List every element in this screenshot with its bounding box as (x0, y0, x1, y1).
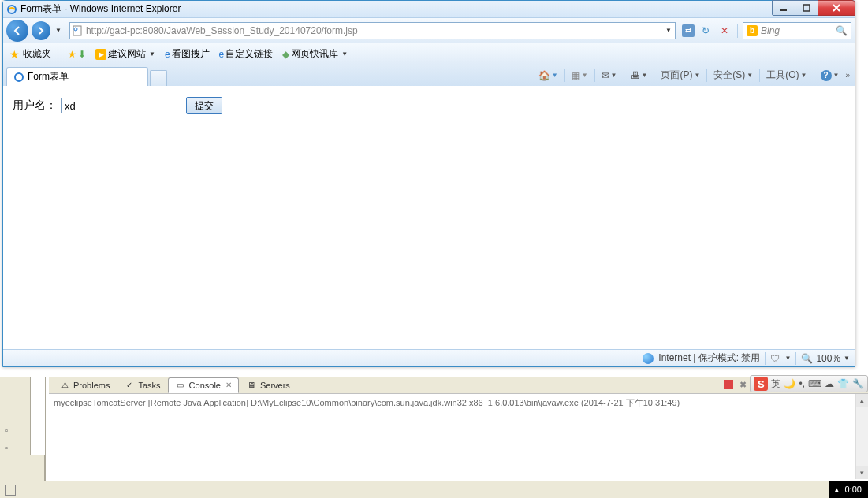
print-button[interactable]: 🖶▼ (629, 69, 650, 83)
tab-bar: Form表单 🏠▼ ▦▼ ✉▼ 🖶▼ 页面(P)▼ 安全(S)▼ 工具(O)▼ … (3, 65, 855, 86)
zoom-control[interactable]: 🔍 100% ▼ (801, 353, 850, 364)
clock-time: 0:00 (845, 485, 862, 494)
terminate-button[interactable] (722, 378, 735, 391)
ime-moon-icon[interactable]: 🌙 (784, 378, 795, 389)
slice-icon: ◆ (282, 49, 289, 60)
separator (814, 69, 814, 82)
bing-icon: b (747, 25, 758, 36)
protected-dropdown[interactable]: ▼ (784, 355, 791, 362)
console-text: myeclipseTomcatServer [Remote Java Appli… (54, 398, 680, 407)
remove-launch-button[interactable]: ✖ (736, 378, 749, 391)
username-label: 用户名： (13, 98, 57, 113)
nav-toolbar: ▼ ▼ ⇄ ↻ ✕ b Bing 🔍 (3, 18, 855, 43)
status-bar: Internet | 保护模式: 禁用 🛡 ▼ 🔍 100% ▼ (3, 349, 855, 366)
scrollbar[interactable]: ▴ ▾ (855, 394, 868, 479)
submit-button[interactable]: 提交 (186, 97, 222, 114)
eclipse-tab-bar: ⚠Problems ✓Tasks ▭Console✕ 🖥Servers ✖ ✖✖… (49, 377, 868, 394)
protected-mode-icon[interactable]: 🛡 (770, 353, 780, 364)
forward-button[interactable] (32, 21, 50, 40)
ie-page-icon: e (165, 49, 170, 60)
site-icon: ▶ (95, 49, 106, 60)
separator (737, 24, 738, 38)
favorites-add-icon[interactable]: ★⬇ (65, 47, 89, 61)
username-input[interactable] (61, 98, 181, 113)
zoom-icon: 🔍 (801, 353, 813, 364)
separator (594, 69, 595, 82)
scroll-up-button[interactable]: ▴ (856, 394, 868, 407)
nav-history-dropdown[interactable]: ▼ (54, 27, 63, 34)
console-icon: ▭ (175, 380, 186, 391)
fav-image-search[interactable]: e看图搜片 (162, 46, 213, 62)
address-bar[interactable]: ▼ (69, 22, 676, 39)
stop-button[interactable]: ✕ (717, 23, 732, 39)
ime-keyboard-icon[interactable]: ⌨ (808, 378, 821, 389)
eclipse-tab-tasks[interactable]: ✓Tasks (117, 377, 167, 393)
compat-view-icon[interactable]: ⇄ (682, 24, 695, 37)
search-icon[interactable]: 🔍 (836, 25, 848, 36)
search-box[interactable]: b Bing 🔍 (743, 22, 851, 39)
separator (706, 69, 707, 82)
separator (765, 352, 766, 365)
svg-rect-2 (803, 5, 810, 11)
ie-page-icon: e (219, 49, 225, 60)
new-tab-button[interactable] (150, 70, 167, 86)
back-button[interactable] (6, 20, 28, 42)
rss-button[interactable]: ▦▼ (570, 69, 590, 83)
internet-zone-icon (643, 353, 654, 364)
zoom-dropdown[interactable]: ▼ (844, 355, 850, 362)
url-input[interactable] (86, 25, 664, 36)
ime-skin-icon[interactable]: 👕 (837, 378, 849, 389)
mail-button[interactable]: ✉▼ (600, 69, 619, 83)
eclipse-restore-icon[interactable]: ▫ (5, 426, 17, 438)
favorites-star-icon[interactable]: ★ (9, 48, 20, 61)
tools-menu[interactable]: 工具(O)▼ (765, 67, 808, 84)
ime-cloud-icon[interactable]: ☁ (825, 378, 834, 389)
expand-toolbar[interactable]: » (845, 71, 850, 80)
separator (564, 69, 565, 82)
minimize-button[interactable] (772, 0, 795, 16)
close-button[interactable] (818, 0, 855, 16)
tab-title: Form表单 (28, 70, 69, 84)
eclipse-tab-problems[interactable]: ⚠Problems (52, 377, 117, 393)
separator (795, 352, 796, 365)
eclipse-tab-console[interactable]: ▭Console✕ (168, 377, 239, 393)
fav-custom-links[interactable]: e自定义链接 (216, 46, 277, 62)
favorites-label[interactable]: 收藏夹 (23, 47, 51, 61)
url-dropdown[interactable]: ▼ (664, 27, 673, 34)
tab-close-icon[interactable]: ✕ (225, 381, 232, 389)
ie-logo-icon (6, 4, 17, 15)
ime-toolbar: S 英 🌙 •, ⌨ ☁ 👕 🔧 (750, 375, 868, 392)
eclipse-bottom-panel: ⚠Problems ✓Tasks ▭Console✕ 🖥Servers ✖ ✖✖… (49, 377, 868, 481)
safety-menu[interactable]: 安全(S)▼ (712, 67, 754, 84)
eclipse-left-gutter: ▫ ▫ ▫ (0, 377, 46, 498)
browser-tab[interactable]: Form表单 (6, 67, 148, 86)
help-icon: ? (821, 70, 832, 81)
ie-page-icon (13, 72, 24, 83)
eclipse-tab-servers[interactable]: 🖥Servers (239, 377, 297, 393)
sogou-ime-icon[interactable]: S (754, 377, 768, 391)
eclipse-view-icon[interactable]: ▫ (5, 443, 17, 455)
help-button[interactable]: ?▼ (819, 69, 841, 83)
ie-window: Form表单 - Windows Internet Explorer ▼ ▼ ⇄… (2, 0, 855, 367)
ime-lang[interactable]: 英 (771, 377, 780, 391)
titlebar: Form表单 - Windows Internet Explorer (3, 1, 855, 18)
taskbar-clock: ▴ 0:00 (829, 481, 868, 498)
separator (654, 69, 654, 82)
scroll-down-button[interactable]: ▾ (856, 466, 868, 479)
eclipse-minimized-view[interactable] (30, 377, 46, 455)
eclipse-perspective-icon[interactable] (5, 485, 16, 496)
page-menu[interactable]: 页面(P)▼ (659, 67, 702, 84)
ime-tool-icon[interactable]: 🔧 (852, 378, 864, 389)
maximize-button[interactable] (795, 0, 818, 16)
refresh-button[interactable]: ↻ (698, 23, 713, 39)
page-icon (72, 25, 83, 36)
fav-web-slices[interactable]: ◆网页快讯库▼ (279, 46, 351, 62)
command-bar: 🏠▼ ▦▼ ✉▼ 🖶▼ 页面(P)▼ 安全(S)▼ 工具(O)▼ ?▼ » (537, 67, 850, 84)
zone-text: Internet | 保护模式: 禁用 (658, 351, 760, 365)
ime-punct-icon[interactable]: •, (799, 378, 805, 389)
search-placeholder: Bing (761, 25, 836, 36)
home-button[interactable]: 🏠▼ (537, 69, 560, 83)
taskbar-arrow-icon[interactable]: ▴ (835, 485, 839, 493)
svg-point-5 (15, 73, 23, 81)
fav-suggested-sites[interactable]: ▶建议网站▼ (92, 46, 158, 62)
